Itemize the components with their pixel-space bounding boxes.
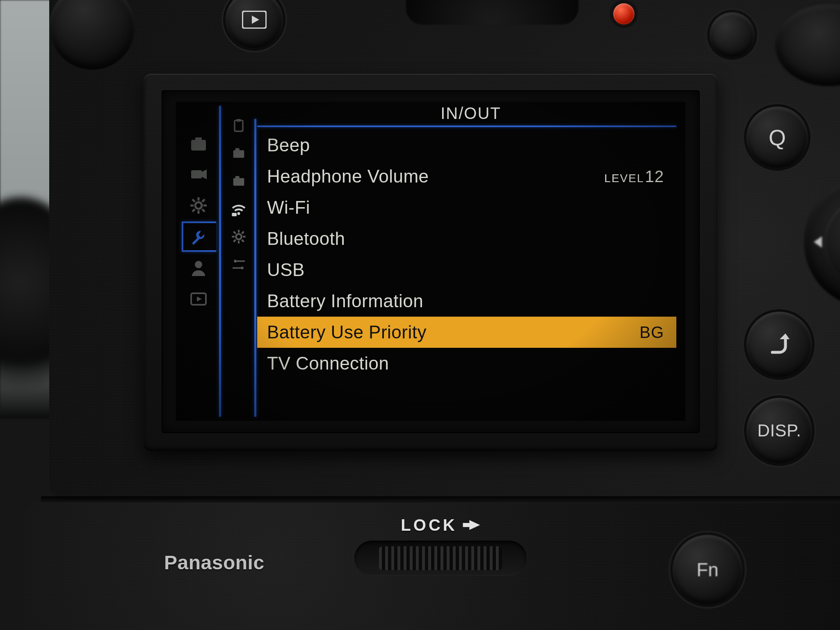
menu-item[interactable]: Bluetooth xyxy=(257,223,676,254)
svg-marker-2 xyxy=(780,333,790,339)
menu-item[interactable]: Beep xyxy=(257,130,676,161)
card-tab[interactable] xyxy=(228,114,250,136)
setting-tab[interactable] xyxy=(228,226,250,248)
video-icon xyxy=(189,164,208,184)
monitor2-tab[interactable] xyxy=(228,170,250,192)
menu-item-label: USB xyxy=(267,260,305,280)
lcd-bezel: IN/OUT BeepHeadphone VolumeLEVEL12Wi-FiB… xyxy=(162,90,700,433)
camera-body: IN/OUT BeepHeadphone VolumeLEVEL12Wi-FiB… xyxy=(49,0,840,500)
fn-label: Fn xyxy=(673,535,742,605)
menu-title: IN/OUT xyxy=(256,104,685,124)
disp-label: DISP. xyxy=(746,398,812,463)
record-indicator-icon xyxy=(613,3,635,25)
lock-arrow-icon xyxy=(463,516,480,534)
dpad-left-icon xyxy=(814,236,822,248)
wrench-icon xyxy=(189,227,208,247)
cam-body-icon xyxy=(231,145,247,161)
photo-tab[interactable] xyxy=(186,130,211,156)
lock-label: LOCK xyxy=(401,516,480,534)
gear-icon xyxy=(231,228,247,245)
menu-item-value: BG xyxy=(639,323,664,342)
menu-list: BeepHeadphone VolumeLEVEL12Wi-FiBluetoot… xyxy=(257,130,676,379)
body-grip-seam xyxy=(41,496,840,502)
menu-pane: IN/OUT BeepHeadphone VolumeLEVEL12Wi-FiB… xyxy=(256,102,685,421)
cam-body-icon xyxy=(231,173,247,189)
menu-item-label: Battery Information xyxy=(267,291,423,311)
lock-switch[interactable] xyxy=(354,541,527,576)
battery-grip: Panasonic LOCK Fn xyxy=(25,503,840,630)
user-icon xyxy=(189,258,208,278)
playback-tab[interactable] xyxy=(186,286,211,312)
menu-item-label: TV Connection xyxy=(267,353,389,374)
menu-item-label: Beep xyxy=(267,135,310,155)
others-tab[interactable] xyxy=(228,253,250,276)
menu-item-label: Bluetooth xyxy=(267,228,345,249)
svg-marker-1 xyxy=(252,16,259,24)
camera-icon xyxy=(189,133,208,153)
fn-button[interactable]: Fn xyxy=(673,535,742,605)
lcd-frame: IN/OUT BeepHeadphone VolumeLEVEL12Wi-FiB… xyxy=(144,74,718,451)
menu-item[interactable]: Battery Information xyxy=(257,285,676,317)
play-icon xyxy=(189,289,208,309)
record-button-ring[interactable] xyxy=(49,0,135,70)
lock-text: LOCK xyxy=(401,516,457,534)
wifi-icon xyxy=(231,201,247,217)
gear-icon xyxy=(189,196,208,215)
inout-tab[interactable] xyxy=(228,198,250,220)
return-icon xyxy=(746,312,812,377)
menu-item-label: Headphone Volume xyxy=(267,166,429,187)
monitor1-tab[interactable] xyxy=(228,142,250,164)
af-on-icon xyxy=(710,12,755,57)
top-controls xyxy=(49,0,840,66)
mymenu-tab[interactable] xyxy=(186,255,211,281)
q-button[interactable]: Q xyxy=(746,107,808,168)
clipboard-icon xyxy=(231,117,247,133)
menu-item-label: Wi-Fi xyxy=(267,197,310,218)
svg-marker-3 xyxy=(463,520,480,530)
custom-tab[interactable] xyxy=(186,193,211,218)
menu-item-label: Battery Use Priority xyxy=(267,322,427,342)
setup-tab[interactable] xyxy=(186,224,211,249)
primary-tab-column xyxy=(176,102,221,421)
secondary-tab-column xyxy=(221,102,256,421)
sliders-icon xyxy=(231,256,247,273)
af-on-button[interactable] xyxy=(710,12,755,57)
playback-button[interactable] xyxy=(226,0,283,48)
back-button[interactable] xyxy=(746,312,812,377)
control-dial[interactable] xyxy=(804,176,840,308)
menu-item[interactable]: Wi-Fi xyxy=(257,192,676,223)
title-divider xyxy=(257,126,676,127)
rear-top-dial[interactable] xyxy=(775,4,840,86)
video-tab[interactable] xyxy=(186,162,211,187)
menu-item[interactable]: Headphone VolumeLEVEL12 xyxy=(257,161,676,192)
lock-switch-knurl xyxy=(379,546,502,570)
brand-label: Panasonic xyxy=(164,551,265,574)
disp-button[interactable]: DISP. xyxy=(746,398,812,463)
q-label: Q xyxy=(746,107,808,168)
menu-item[interactable]: TV Connection xyxy=(257,348,676,379)
lcd-screen[interactable]: IN/OUT BeepHeadphone VolumeLEVEL12Wi-FiB… xyxy=(176,102,685,421)
menu-item-value: LEVEL12 xyxy=(604,167,664,186)
play-icon xyxy=(226,0,283,48)
menu-item[interactable]: USB xyxy=(257,254,676,285)
menu-item[interactable]: Battery Use PriorityBG xyxy=(257,317,676,348)
